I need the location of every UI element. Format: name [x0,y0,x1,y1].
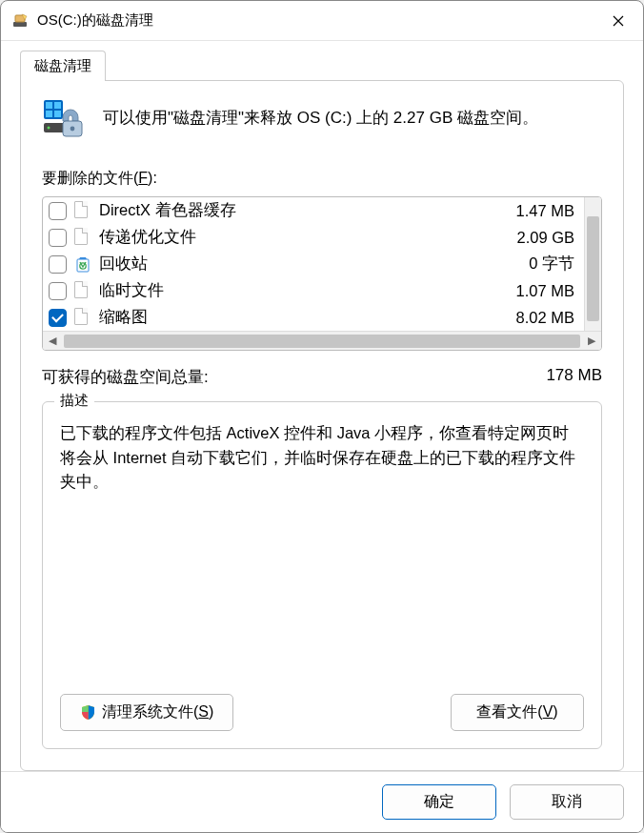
file-size: 8.02 MB [516,309,578,327]
file-name: 缩略图 [99,307,516,328]
file-icon [74,228,91,247]
scrollbar-thumb[interactable] [64,335,580,348]
svg-rect-6 [54,111,61,117]
file-icon [74,281,91,300]
titlebar: OS(C:)的磁盘清理 [1,1,643,41]
dialog-window: OS(C:)的磁盘清理 磁盘清理 [0,0,644,833]
file-checkbox[interactable] [49,255,67,274]
close-button[interactable] [599,2,637,40]
svg-rect-4 [54,102,61,109]
svg-rect-0 [13,22,27,27]
file-name: 传递优化文件 [99,227,516,248]
file-size: 2.09 GB [516,229,578,247]
horizontal-scrollbar[interactable]: ◀ ▶ [43,331,601,350]
file-size: 1.47 MB [516,202,578,220]
file-row[interactable]: 传递优化文件2.09 GB [43,224,584,251]
cleanup-large-icon [42,98,86,142]
cancel-button[interactable]: 取消 [510,784,624,820]
recycle-bin-icon [74,254,91,274]
window-title: OS(C:)的磁盘清理 [37,11,599,30]
file-checkbox[interactable] [49,229,67,247]
file-size: 0 字节 [529,254,578,274]
intro-text: 可以使用"磁盘清理"来释放 OS (C:) 上的 2.27 GB 磁盘空间。 [103,98,538,131]
disk-cleanup-icon [12,12,30,30]
svg-point-10 [70,127,75,132]
view-files-button[interactable]: 查看文件(V) [451,694,584,731]
dialog-footer: 确定 取消 [1,771,643,832]
description-text: 已下载的程序文件包括 ActiveX 控件和 Java 小程序，你查看特定网页时… [60,421,584,681]
scroll-right-arrow[interactable]: ▶ [582,335,601,347]
file-checkbox[interactable] [49,202,67,220]
file-checkbox[interactable] [49,282,67,300]
file-row[interactable]: 缩略图8.02 MB [43,304,584,331]
svg-rect-5 [46,111,52,117]
scroll-left-arrow[interactable]: ◀ [43,335,62,347]
intro-row: 可以使用"磁盘清理"来释放 OS (C:) 上的 2.27 GB 磁盘空间。 [42,98,602,142]
file-row[interactable]: 回收站0 字节 [43,251,584,277]
vertical-scrollbar[interactable] [584,197,601,331]
file-size: 1.07 MB [516,282,578,300]
file-list: DirectX 着色器缓存1.47 MB传递优化文件2.09 GB回收站0 字节… [42,196,602,351]
dialog-content: 磁盘清理 [1,41,643,771]
description-group: 描述 已下载的程序文件包括 ActiveX 控件和 Java 小程序，你查看特定… [42,401,602,749]
svg-rect-3 [46,102,52,109]
tab-panel: 可以使用"磁盘清理"来释放 OS (C:) 上的 2.27 GB 磁盘空间。 要… [20,80,624,771]
ok-button[interactable]: 确定 [382,784,496,820]
clean-system-files-button[interactable]: 清理系统文件(S) [60,694,233,731]
gain-value: 178 MB [546,366,602,388]
svg-point-8 [48,127,50,130]
file-name: 临时文件 [99,280,516,301]
file-icon [74,308,91,327]
file-row[interactable]: DirectX 着色器缓存1.47 MB [43,197,584,224]
scrollbar-thumb[interactable] [587,216,599,321]
gain-row: 可获得的磁盘空间总量: 178 MB [42,366,602,388]
tab-disk-cleanup[interactable]: 磁盘清理 [20,51,106,81]
file-name: DirectX 着色器缓存 [99,200,516,221]
file-name: 回收站 [99,254,529,274]
svg-rect-11 [77,259,89,272]
shield-icon [80,704,96,721]
file-icon [74,201,91,220]
files-to-delete-label: 要删除的文件(F): [42,169,602,189]
file-row[interactable]: 临时文件1.07 MB [43,277,584,304]
description-legend: 描述 [54,392,94,410]
file-checkbox[interactable] [49,309,67,327]
gain-label: 可获得的磁盘空间总量: [42,366,209,388]
